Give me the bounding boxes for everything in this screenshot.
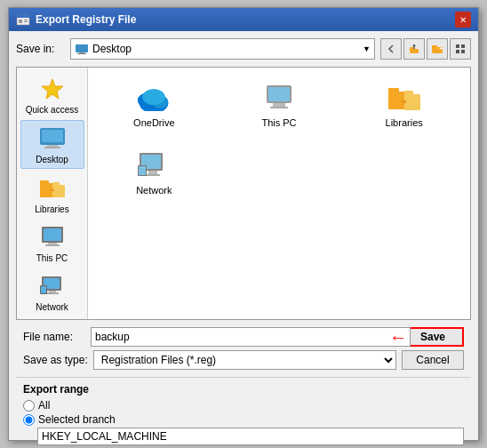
desktop-label: Desktop bbox=[36, 155, 68, 164]
svg-rect-19 bbox=[42, 130, 63, 142]
file-name-row: File name: ← Save bbox=[23, 327, 464, 347]
onedrive-label: OneDrive bbox=[133, 117, 174, 128]
sidebar-item-libraries[interactable]: Libraries bbox=[20, 171, 84, 218]
network-icon bbox=[38, 272, 67, 300]
radio-selected-label: Selected branch bbox=[38, 413, 116, 426]
svg-rect-26 bbox=[51, 189, 54, 191]
svg-rect-42 bbox=[268, 87, 290, 101]
this-pc-icon bbox=[38, 223, 67, 252]
dropdown-arrow-icon: ▼ bbox=[363, 44, 371, 53]
close-button[interactable]: ✕ bbox=[455, 12, 471, 28]
radio-all-label: All bbox=[38, 399, 50, 412]
file-item-libraries[interactable]: Libraries bbox=[348, 78, 459, 132]
toolbar-buttons: + bbox=[380, 38, 471, 60]
svg-rect-15 bbox=[456, 50, 459, 53]
up-folder-button[interactable] bbox=[403, 38, 425, 60]
svg-rect-24 bbox=[52, 185, 65, 197]
svg-rect-21 bbox=[44, 147, 60, 148]
radio-selected[interactable] bbox=[23, 414, 35, 426]
this-pc-label: This PC bbox=[36, 253, 68, 263]
save-as-type-label: Save as type: bbox=[23, 354, 88, 366]
svg-rect-36 bbox=[41, 286, 46, 293]
network-file-icon bbox=[136, 149, 172, 181]
back-button[interactable] bbox=[380, 38, 402, 60]
export-range-title: Export range bbox=[23, 383, 464, 396]
main-area: Quick access Desktop bbox=[16, 67, 471, 320]
network-label: Network bbox=[36, 302, 68, 312]
svg-rect-52 bbox=[148, 171, 157, 174]
svg-point-40 bbox=[143, 89, 165, 105]
desktop-small-icon bbox=[75, 44, 89, 54]
libraries-icon bbox=[38, 174, 67, 203]
dialog-title: Export Registry File bbox=[36, 13, 450, 26]
export-registry-dialog: Export Registry File ✕ Save in: Desktop … bbox=[8, 7, 479, 441]
file-name-input[interactable] bbox=[91, 327, 411, 347]
save-in-value: Desktop bbox=[75, 43, 132, 55]
sidebar-item-this-pc[interactable]: This PC bbox=[20, 220, 84, 267]
svg-rect-48 bbox=[404, 91, 413, 96]
svg-rect-3 bbox=[24, 20, 28, 20]
cancel-button[interactable]: Cancel bbox=[402, 350, 464, 370]
svg-rect-53 bbox=[146, 174, 160, 176]
svg-rect-55 bbox=[139, 166, 146, 175]
svg-rect-11 bbox=[432, 45, 437, 48]
svg-text:+: + bbox=[439, 44, 443, 52]
radio-all[interactable] bbox=[23, 400, 35, 412]
dialog-icon bbox=[16, 12, 30, 27]
network-file-label: Network bbox=[136, 185, 172, 196]
svg-rect-14 bbox=[461, 44, 465, 48]
svg-rect-2 bbox=[19, 20, 22, 23]
svg-rect-25 bbox=[52, 182, 60, 187]
this-pc-file-icon bbox=[261, 82, 297, 114]
file-item-onedrive[interactable]: OneDrive bbox=[99, 78, 210, 132]
radio-selected-row: Selected branch bbox=[23, 413, 464, 426]
svg-marker-17 bbox=[42, 79, 63, 99]
title-bar: Export Registry File ✕ bbox=[9, 8, 478, 31]
svg-rect-30 bbox=[45, 244, 60, 246]
dialog-body: Save in: Desktop ▼ bbox=[9, 31, 478, 448]
svg-rect-43 bbox=[273, 103, 285, 107]
libraries-file-icon bbox=[387, 82, 422, 114]
svg-rect-1 bbox=[17, 14, 29, 18]
save-in-row: Save in: Desktop ▼ bbox=[16, 38, 471, 60]
sidebar-item-network[interactable]: Network bbox=[20, 268, 84, 316]
save-in-select[interactable]: Desktop ▼ bbox=[70, 38, 375, 60]
bottom-controls: File name: ← Save Save as type: Registra… bbox=[16, 324, 471, 373]
svg-rect-46 bbox=[388, 88, 399, 93]
save-button[interactable]: Save bbox=[402, 327, 464, 347]
svg-rect-5 bbox=[76, 44, 88, 52]
svg-rect-13 bbox=[456, 44, 459, 48]
onedrive-file-icon bbox=[136, 82, 172, 114]
libraries-label: Libraries bbox=[35, 204, 68, 214]
quick-access-icon bbox=[38, 75, 67, 103]
sidebar: Quick access Desktop bbox=[17, 68, 88, 319]
svg-rect-49 bbox=[402, 100, 406, 103]
svg-rect-16 bbox=[461, 50, 465, 53]
svg-rect-47 bbox=[404, 94, 420, 110]
this-pc-file-label: This PC bbox=[261, 117, 296, 128]
radio-all-row: All bbox=[23, 399, 464, 412]
save-as-type-select[interactable]: Registration Files (*.reg) bbox=[93, 350, 396, 370]
file-item-this-pc[interactable]: This PC bbox=[224, 78, 335, 132]
svg-rect-28 bbox=[44, 228, 61, 241]
libraries-file-label: Libraries bbox=[386, 117, 423, 128]
file-name-label: File name: bbox=[23, 331, 85, 343]
sidebar-item-desktop[interactable]: Desktop bbox=[20, 120, 84, 169]
svg-rect-44 bbox=[270, 107, 288, 108]
file-item-network[interactable]: Network bbox=[99, 146, 210, 199]
sidebar-item-quick-access[interactable]: Quick access bbox=[20, 71, 84, 118]
svg-rect-4 bbox=[24, 21, 28, 22]
content-area: OneDrive This PC bbox=[88, 68, 470, 319]
save-as-type-row: Save as type: Registration Files (*.reg)… bbox=[23, 350, 464, 370]
hkey-input[interactable] bbox=[37, 428, 464, 445]
svg-rect-34 bbox=[46, 292, 59, 294]
quick-access-label: Quick access bbox=[26, 105, 78, 115]
desktop-icon bbox=[38, 124, 67, 153]
view-button[interactable] bbox=[450, 38, 471, 60]
save-in-label: Save in: bbox=[16, 43, 65, 55]
create-folder-button[interactable]: + bbox=[427, 38, 448, 60]
svg-rect-7 bbox=[77, 53, 86, 54]
export-range: Export range All Selected branch bbox=[16, 377, 471, 448]
svg-rect-23 bbox=[40, 180, 49, 185]
